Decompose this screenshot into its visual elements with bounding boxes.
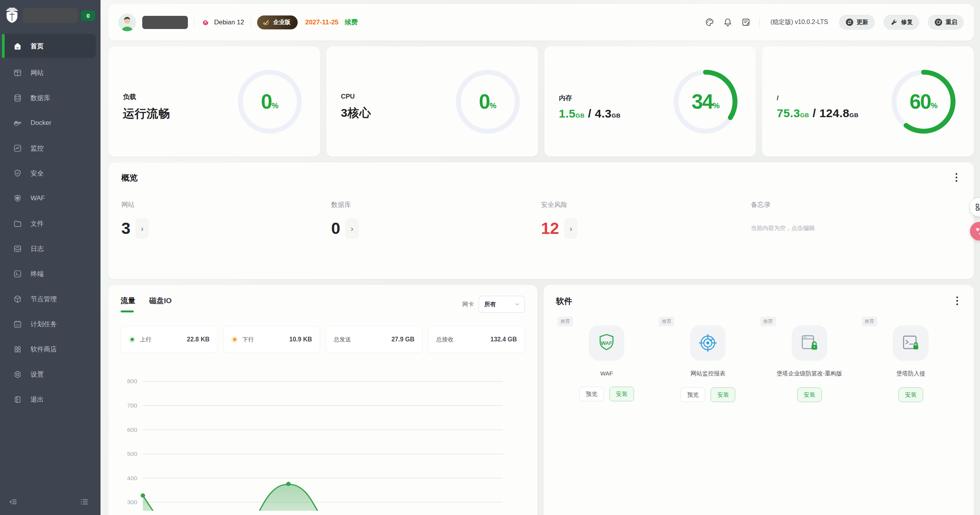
traffic-chart-svg: 800700600500400300 bbox=[121, 367, 525, 511]
divider bbox=[251, 18, 251, 27]
downstream-stat: 下行 10.9 KB bbox=[223, 326, 320, 353]
disk-info: / 75.3GB / 124.8GB bbox=[777, 94, 858, 120]
memo-placeholder[interactable]: 当前内容为空，点击编辑 bbox=[751, 225, 961, 232]
separator: / bbox=[585, 107, 595, 120]
sidebar-item-database[interactable]: 数据库 bbox=[2, 89, 96, 107]
sidebar-item-appstore[interactable]: 软件商店 bbox=[2, 340, 96, 358]
tab-diskio[interactable]: 磁盘IO bbox=[149, 296, 172, 312]
nic-select-value: 所有 bbox=[484, 301, 496, 308]
software-name: WAF bbox=[600, 370, 613, 377]
sidebar-item-files[interactable]: 文件 bbox=[2, 214, 96, 233]
folder-icon bbox=[13, 219, 22, 228]
notifications-bell-icon[interactable] bbox=[723, 17, 733, 27]
install-button[interactable]: 安装 bbox=[898, 387, 923, 402]
disk-percent-number: 60 bbox=[910, 90, 931, 113]
traffic-chart: 800700600500400300 bbox=[121, 367, 525, 511]
tab-traffic[interactable]: 流量 bbox=[121, 296, 135, 312]
avatar[interactable] bbox=[118, 14, 136, 31]
sidebar-item-terminal[interactable]: 终端 bbox=[2, 264, 96, 283]
risk-chevron-button[interactable]: › bbox=[564, 218, 577, 239]
tamper-proof-tile[interactable] bbox=[792, 325, 827, 361]
repair-button[interactable]: 修复 bbox=[883, 15, 919, 30]
sidebar-item-docker[interactable]: Docker bbox=[2, 114, 96, 132]
website-count: 3 bbox=[121, 219, 130, 238]
sidebar-item-label: Docker bbox=[31, 119, 51, 127]
recommend-badge: 推荐 bbox=[659, 317, 674, 326]
terminal-icon bbox=[13, 269, 22, 278]
svg-text:400: 400 bbox=[127, 475, 137, 481]
kebab-menu-icon[interactable] bbox=[953, 296, 961, 306]
disk-total: 124.8 bbox=[820, 107, 850, 119]
overview-website: 网站 3 › bbox=[121, 200, 331, 239]
upstream-label: 上行 bbox=[140, 336, 152, 343]
install-button[interactable]: 安装 bbox=[609, 387, 634, 401]
install-button[interactable]: 安装 bbox=[711, 387, 735, 402]
memo-note-icon[interactable] bbox=[741, 17, 751, 27]
sidebar-item-label: 文件 bbox=[31, 219, 44, 228]
load-card[interactable]: 负载 运行流畅 0 % bbox=[108, 46, 320, 157]
software-header: 软件 bbox=[556, 296, 961, 307]
topbar-right: (稳定版) v10.0.2-LTS 更新 修复 重启 bbox=[705, 15, 964, 30]
collapse-sidebar-icon[interactable] bbox=[9, 497, 18, 506]
sidebar-item-waf[interactable]: WAF bbox=[2, 189, 96, 208]
sidebar-item-label: 软件商店 bbox=[31, 345, 57, 354]
sidebar-item-cron[interactable]: 计划任务 bbox=[2, 315, 96, 333]
risk-label: 安全风险 bbox=[541, 200, 751, 209]
website-chevron-button[interactable]: › bbox=[136, 218, 148, 239]
website-label: 网站 bbox=[121, 200, 331, 209]
restart-icon bbox=[934, 18, 943, 26]
sidebar-item-nodes[interactable]: 节点管理 bbox=[2, 290, 96, 308]
sidebar-item-home[interactable]: 首页 bbox=[2, 34, 96, 58]
edition-badge[interactable]: 企业版 bbox=[257, 15, 298, 29]
sidebar-item-logs[interactable]: 日志 bbox=[2, 239, 96, 258]
update-button[interactable]: 更新 bbox=[839, 15, 875, 30]
chevron-right-icon: › bbox=[351, 224, 353, 233]
overview-memo: 备忘录 当前内容为空，点击编辑 bbox=[751, 200, 961, 239]
preview-button[interactable]: 预览 bbox=[680, 387, 705, 402]
sidebar-item-logout[interactable]: 退出 bbox=[2, 390, 96, 409]
message-count-badge[interactable]: 0 bbox=[81, 10, 95, 21]
install-button[interactable]: 安装 bbox=[797, 387, 822, 402]
update-label: 更新 bbox=[857, 19, 868, 26]
restart-button[interactable]: 重启 bbox=[928, 15, 964, 30]
sidebar-item-monitor[interactable]: 监控 bbox=[2, 139, 96, 157]
recommend-badge: 推荐 bbox=[557, 317, 573, 326]
site-monitor-tile[interactable] bbox=[690, 325, 726, 361]
intrusion-tile[interactable] bbox=[893, 325, 929, 361]
memory-total-unit: GB bbox=[612, 112, 621, 119]
memory-used: 1.5 bbox=[559, 107, 576, 120]
memory-used-unit: GB bbox=[576, 112, 585, 119]
database-chevron-button[interactable]: › bbox=[346, 218, 358, 239]
software-item-tamper-proof: 推荐 堡塔企业级防篡改-重构版 安装 bbox=[759, 317, 860, 402]
theme-palette-icon[interactable] bbox=[705, 17, 714, 27]
main-content: Debian 12 企业版 2027-11-25 续费 bbox=[101, 0, 980, 515]
sidebar: 0 首页 网站 数据库 Docker 监控 安全 WAF bbox=[0, 0, 101, 515]
website-icon bbox=[13, 68, 22, 77]
svg-text:500: 500 bbox=[127, 450, 137, 457]
svg-text:800: 800 bbox=[127, 378, 137, 385]
task-list-icon[interactable] bbox=[80, 497, 89, 506]
load-value: 运行流畅 bbox=[123, 106, 170, 122]
separator: / bbox=[809, 107, 820, 119]
disk-card[interactable]: / 75.3GB / 124.8GB 60 % bbox=[762, 46, 974, 157]
software-item-site-monitor: 推荐 网站监控报表 预览 安装 bbox=[657, 317, 758, 402]
waf-tile[interactable]: WAF bbox=[589, 325, 624, 361]
sidebar-item-security[interactable]: 安全 bbox=[2, 164, 96, 182]
sidebar-item-label: WAF bbox=[31, 194, 45, 202]
cpu-card[interactable]: CPU 3核心 0 % bbox=[326, 46, 538, 157]
memory-card[interactable]: 内存 1.5GB / 4.3GB 34 % bbox=[544, 46, 756, 157]
kebab-menu-icon[interactable] bbox=[952, 172, 961, 182]
nic-select[interactable]: 所有 bbox=[479, 296, 525, 313]
intrusion-defense-icon bbox=[900, 333, 921, 353]
docker-icon bbox=[13, 119, 22, 128]
preview-button[interactable]: 预览 bbox=[579, 387, 604, 401]
sidebar-item-website[interactable]: 网站 bbox=[2, 63, 96, 82]
renew-link[interactable]: 续费 bbox=[345, 18, 358, 27]
memory-ring: 34 % bbox=[672, 68, 740, 136]
sidebar-item-label: 设置 bbox=[31, 370, 44, 379]
total-received-stat: 总接收 132.4 GB bbox=[428, 326, 525, 353]
sidebar-item-settings[interactable]: 设置 bbox=[2, 365, 96, 384]
cpu-ring: 0 % bbox=[454, 68, 522, 136]
chevron-right-icon: › bbox=[569, 224, 572, 233]
software-name: 网站监控报表 bbox=[690, 370, 725, 377]
